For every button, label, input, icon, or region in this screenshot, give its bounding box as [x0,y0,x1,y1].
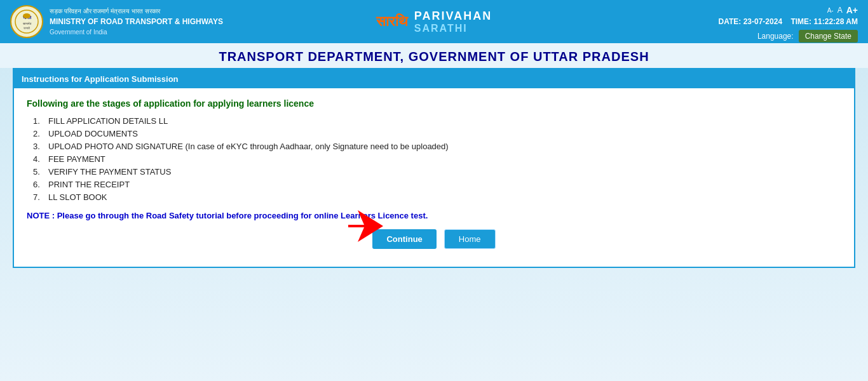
header-left: भारत सत्यमेव जयते सड़क परिवहन और राजमार्… [10,5,293,38]
step-text: FILL APPLICATION DETAILS LL [48,116,168,126]
parivahan-line2: SARATHI [414,23,492,34]
parivahan-line1: PARIVAHAN [414,10,492,23]
date-time-display: DATE: 23-07-2024 TIME: 11:22:28 AM [719,17,858,26]
header-center: सारथि PARIVAHAN SARATHI [293,10,576,34]
step-text: VERIFY THE PAYMENT STATUS [48,167,171,177]
stages-list-item: 4.FEE PAYMENT [33,154,841,164]
header-right: DATE: 23-07-2024 TIME: 11:22:28 AM Langu… [575,1,858,43]
emblem-icon: भारत सत्यमेव जयते [10,5,43,38]
note-text: NOTE : Please go through the Road Safety… [27,211,841,220]
stages-list-item: 2.UPLOAD DOCUMENTS [33,129,841,138]
stages-list-item: 3.UPLOAD PHOTO AND SIGNATURE (In case of… [33,142,841,151]
language-label: Language: [757,32,794,41]
language-row: Language: Change State [757,30,858,43]
step-number: 7. [33,192,44,202]
stages-list-item: 6.PRINT THE RECEIPT [33,180,841,189]
button-row: Continue Home [27,229,841,257]
svg-text:सत्यमेव: सत्यमेव [22,22,32,25]
ministry-line3: Government of India [50,27,223,37]
change-state-button[interactable]: Change State [799,30,858,43]
time-label: TIME: [790,17,811,26]
svg-point-5 [23,13,31,18]
instructions-body: Following are the stages of application … [14,88,854,267]
stages-list-item: 7.LL SLOT BOOK [33,192,841,202]
sarathi-logo: सारथि [376,13,408,30]
step-number: 2. [33,129,44,138]
svg-text:जयते: जयते [23,26,30,30]
step-text: LL SLOT BOOK [48,192,107,202]
date-value: 23-07-2024 [743,17,782,26]
sarathi-devanagari-text: सारथि [376,13,408,30]
ministry-text: सड़क परिवहन और राजमार्ग मंत्रालय भारत सर… [50,6,223,37]
step-text: UPLOAD DOCUMENTS [48,129,138,138]
home-button[interactable]: Home [444,229,496,249]
ministry-line1: सड़क परिवहन और राजमार्ग मंत्रालय भारत सर… [50,6,223,16]
step-number: 3. [33,142,44,151]
time-value: 11:22:28 AM [813,17,858,26]
page-title: TRANSPORT DEPARTMENT, GOVERNMENT OF UTTA… [0,50,868,64]
instructions-header-label: Instructions for Application Submission [22,74,179,84]
step-text: UPLOAD PHOTO AND SIGNATURE (In case of e… [48,142,449,151]
stages-list-item: 5.VERIFY THE PAYMENT STATUS [33,167,841,177]
step-number: 6. [33,180,44,189]
step-number: 5. [33,167,44,177]
font-normal-button[interactable]: A [837,6,843,15]
font-increase-button[interactable]: A+ [846,5,858,15]
step-text: FEE PAYMENT [48,154,105,164]
date-label: DATE: [719,17,742,26]
continue-button[interactable]: Continue [372,229,436,249]
ministry-line2: MINISTRY OF ROAD TRANSPORT & HIGHWAYS [50,16,223,27]
step-text: PRINT THE RECEIPT [48,180,130,189]
font-decrease-button[interactable]: A- [827,7,834,14]
font-size-controls: A- A A+ [827,5,858,15]
stages-list-item: 1.FILL APPLICATION DETAILS LL [33,116,841,126]
page-title-bar: TRANSPORT DEPARTMENT, GOVERNMENT OF UTTA… [0,43,868,68]
step-number: 4. [33,154,44,164]
stages-list: 1.FILL APPLICATION DETAILS LL2.UPLOAD DO… [33,116,841,202]
step-number: 1. [33,116,44,126]
main-content: Instructions for Application Submission … [13,68,855,268]
stages-heading: Following are the stages of application … [27,98,841,109]
header: भारत सत्यमेव जयते सड़क परिवहन और राजमार्… [0,0,868,43]
instructions-header: Instructions for Application Submission [14,69,854,88]
parivahan-label: PARIVAHAN SARATHI [414,10,492,34]
